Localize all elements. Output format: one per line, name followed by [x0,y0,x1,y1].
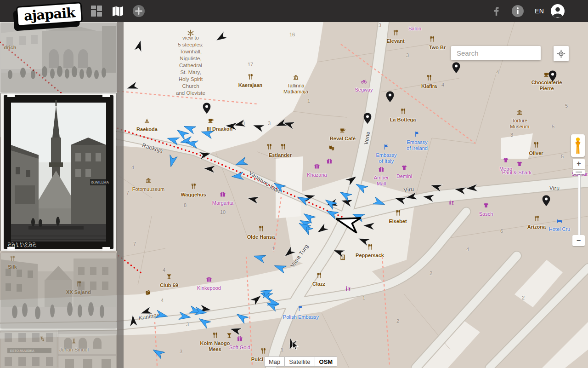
winebar-icon[interactable] [449,199,455,207]
poi-label[interactable]: Tallinna Matkamaja [283,83,308,95]
rephoto-direction-arrow[interactable] [155,310,169,322]
poi-label[interactable]: Chocolaterie Pierre [531,80,562,92]
profile-button[interactable] [548,0,568,22]
rephoto-direction-arrow[interactable] [233,155,249,169]
gift-icon[interactable] [327,158,333,166]
gift-icon[interactable] [379,166,384,174]
poi-label[interactable]: Hotel Cru [549,226,570,232]
restaurant-icon[interactable] [533,141,539,150]
poi-label[interactable]: Estlander [269,152,292,158]
map-pin[interactable] [543,195,550,208]
map-view-button[interactable] [107,0,128,22]
rephoto-direction-arrow[interactable] [165,154,178,168]
poi-label[interactable]: Embassy of Ireland [407,139,428,151]
poi-label[interactable]: Two Br [429,44,446,50]
photo-direction-arrow[interactable] [429,179,444,193]
photo-direction-arrow[interactable] [129,314,140,328]
poi-label[interactable]: Olde Hansa [247,234,275,240]
zoom-slider-track[interactable] [578,175,581,235]
museum-icon[interactable] [517,109,523,117]
poi-label[interactable]: Polish Embassy [283,314,319,320]
photo-direction-arrow[interactable] [134,39,147,53]
restaurant-icon[interactable] [212,332,218,340]
bed-icon[interactable] [557,217,563,225]
grid-view-button[interactable] [86,0,107,22]
map-pin[interactable] [549,70,557,83]
info-button[interactable] [508,0,528,22]
photo-direction-arrow[interactable] [251,119,266,132]
restaurant-icon[interactable] [260,347,266,356]
restaurant-icon[interactable] [248,73,254,81]
poi-label[interactable]: Arizona [527,224,546,230]
geolocate-button[interactable] [554,46,569,61]
street-view-pegman[interactable] [571,134,585,157]
restaurant-icon[interactable] [429,35,435,44]
poi-label[interactable]: Elevant [386,38,404,44]
poi-label[interactable]: Embassy of Italy [376,152,396,164]
rephoto-direction-arrow[interactable] [372,196,387,210]
restaurant-icon[interactable] [534,215,540,223]
photo-direction-arrow[interactable] [282,117,296,130]
flag-icon[interactable] [298,305,304,313]
rephoto-direction-arrow[interactable] [252,250,267,264]
zoom-out-button[interactable]: − [572,235,585,246]
photo-thumbnail[interactable]: ESTO.MUUSIKA [1,330,57,368]
zoom-in-button[interactable]: + [573,159,585,169]
poi-label[interactable]: Elsebet [389,218,407,224]
map-type-osm[interactable]: OSM [315,356,338,367]
photo-direction-arrow[interactable] [422,190,435,202]
poi-label[interactable]: Metro [499,166,512,172]
cafe-icon[interactable] [340,126,346,135]
language-selector[interactable]: EN [535,7,544,15]
restaurant-icon[interactable] [258,225,264,233]
poi-label[interactable]: Khazana [307,172,327,178]
map-pin[interactable] [364,113,372,126]
restaurant-icon[interactable] [393,29,399,37]
restaurant-icon[interactable] [400,108,406,116]
gift-icon[interactable] [220,191,226,199]
poi-label[interactable]: Kaerajaan [238,82,263,88]
photo-thumbnail-selected[interactable]: G.WILLMA 563/1165 [1,93,116,251]
restaurant-icon[interactable] [191,183,197,191]
poi-label[interactable]: Torture Museum [510,118,529,130]
map-pin[interactable] [203,103,211,115]
photo-direction-arrow[interactable] [314,221,330,236]
poi-label[interactable]: Peppersack [356,252,384,258]
poi-label[interactable]: Kinkepood [197,285,221,291]
photo-direction-arrow[interactable] [246,192,260,204]
townhall-icon[interactable] [144,117,150,126]
photo-direction-arrow[interactable] [203,162,216,173]
photo-direction-arrow[interactable] [465,182,478,193]
poi-label[interactable]: Sasch [479,211,493,217]
rephoto-direction-arrow[interactable] [151,345,166,360]
museum-icon[interactable] [293,74,299,82]
poi-label[interactable]: Raekoda [136,126,158,132]
rephoto-direction-arrow[interactable] [185,137,199,149]
sidebar-scrollbar[interactable] [117,22,124,368]
gift-icon[interactable] [237,335,243,344]
book-icon[interactable] [145,289,151,298]
poi-label[interactable]: Soft Gold [229,344,250,350]
photo-thumbnail[interactable] [1,253,116,328]
rephoto-direction-arrow[interactable] [234,309,250,324]
gift-icon[interactable] [314,163,320,171]
poi-label[interactable]: Amber Mall [374,175,389,187]
cafe-icon[interactable] [208,117,214,125]
tshirt-icon[interactable] [503,157,509,165]
photo-direction-arrow[interactable] [124,79,139,92]
cocktail-icon[interactable] [166,273,172,282]
poi-label[interactable]: Clazz [312,281,325,287]
map-pin[interactable] [452,62,460,75]
photo-direction-arrow[interactable] [213,29,229,45]
poi-label[interactable]: Oliver [529,150,543,156]
theatre-icon[interactable] [329,144,335,153]
flag-icon[interactable] [414,131,420,139]
photo-direction-arrow[interactable] [198,149,213,161]
photo-thumbnail[interactable] [58,330,116,368]
photo-thumbnail[interactable] [1,23,116,92]
gift-icon[interactable] [206,276,212,284]
photo-direction-arrow[interactable] [362,219,376,230]
restaurant-icon[interactable] [280,143,286,151]
facebook-button[interactable] [487,0,507,22]
poi-label[interactable]: Klafira [421,83,437,89]
